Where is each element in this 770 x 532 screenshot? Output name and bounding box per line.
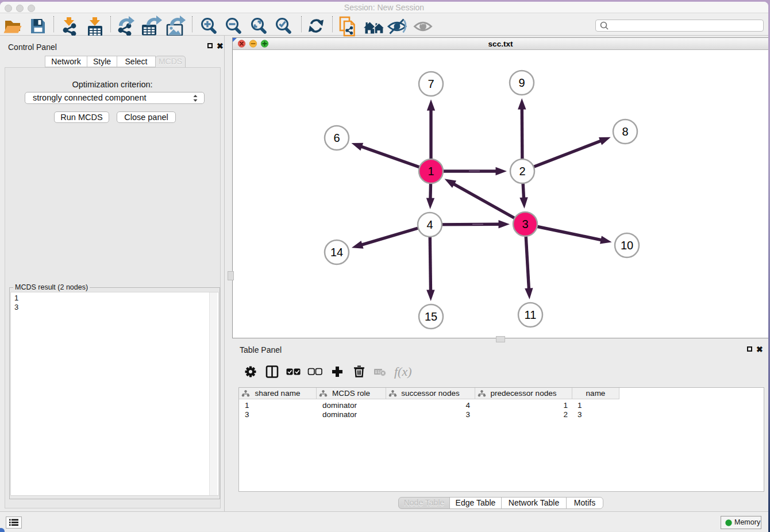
svg-text:9: 9 — [518, 76, 525, 89]
svg-text:7: 7 — [428, 78, 434, 90]
svg-text:8: 8 — [622, 125, 628, 138]
svg-text:10: 10 — [621, 239, 633, 252]
svg-text:4: 4 — [426, 218, 433, 231]
svg-text:14: 14 — [330, 246, 343, 259]
svg-text:11: 11 — [525, 309, 537, 321]
svg-text:3: 3 — [522, 218, 528, 230]
svg-text:2: 2 — [519, 165, 525, 178]
svg-text:6: 6 — [333, 132, 340, 144]
svg-text:1: 1 — [428, 165, 434, 178]
svg-text:15: 15 — [425, 310, 437, 323]
svg-text:f(x): f(x) — [394, 364, 412, 379]
